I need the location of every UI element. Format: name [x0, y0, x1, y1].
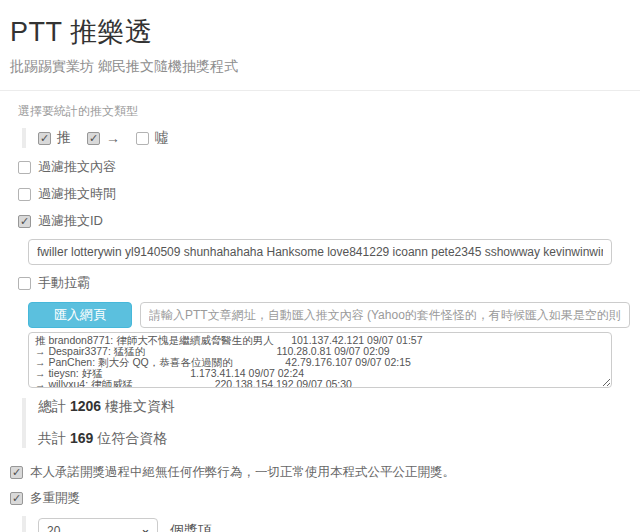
push-checkbox[interactable]	[38, 132, 51, 145]
push-type-option-arrow: →	[87, 130, 120, 146]
total-prefix: 總計	[38, 398, 66, 414]
filter-content-label: 過濾推文內容	[38, 158, 116, 176]
push-checkbox-label: 推	[57, 129, 71, 147]
divider	[0, 90, 640, 91]
qualified-stat: 共計 169 位符合資格	[38, 430, 630, 448]
arrow-checkbox[interactable]	[87, 132, 100, 145]
push-type-option-push: 推	[38, 129, 71, 147]
filter-id-input[interactable]	[28, 239, 612, 265]
filter-time-label: 過濾推文時間	[38, 185, 116, 203]
page-subtitle: 批踢踢實業坊 鄉民推文隨機抽獎程式	[10, 58, 630, 76]
push-type-option-boo: 噓	[136, 129, 169, 147]
multi-draw-row: 多重開獎	[10, 490, 630, 507]
total-suffix: 樓推文資料	[105, 398, 175, 414]
stats-group: 總計 1206 樓推文資料 共計 169 位符合資格	[22, 398, 630, 448]
ptt-lottery-page: { "header": { "title": "PTT 推樂透", "subti…	[0, 0, 640, 532]
filter-time-row: 過濾推文時間	[18, 185, 630, 203]
fairness-promise-row: 本人承諾開獎過程中絕無任何作弊行為，一切正常使用本程式公平公正開獎。	[10, 464, 630, 481]
page-title: PTT 推樂透	[10, 14, 630, 50]
push-type-section-label: 選擇要統計的推文類型	[18, 103, 630, 120]
prize-count-line: 20 ⌄ 個獎項	[38, 518, 630, 532]
qualified-count: 169	[70, 430, 93, 446]
fairness-promise-label: 本人承諾開獎過程中絕無任何作弊行為，一切正常使用本程式公平公正開獎。	[30, 464, 455, 481]
fairness-promise-checkbox[interactable]	[10, 466, 23, 479]
multi-draw-label: 多重開獎	[30, 490, 80, 507]
total-comments-stat: 總計 1206 樓推文資料	[38, 398, 630, 416]
prize-count-select[interactable]: 20	[38, 518, 158, 532]
qualified-suffix: 位符合資格	[97, 430, 167, 446]
arrow-checkbox-label: →	[106, 130, 120, 146]
filter-content-checkbox[interactable]	[18, 161, 31, 174]
manual-slot-row: 手動拉霸	[18, 274, 630, 292]
import-webpage-button[interactable]: 匯入網頁	[28, 302, 132, 328]
comments-textarea[interactable]: 推 brandon8771: 律師大不愧是繼續威脅醫生的男人 101.137.4…	[28, 332, 612, 388]
filter-id-row: 過濾推文ID	[18, 212, 630, 230]
filter-id-checkbox[interactable]	[18, 215, 31, 228]
boo-checkbox[interactable]	[136, 132, 149, 145]
prize-count-group: 20 ⌄ 個獎項 此選項可一次開出多位得獎者	[22, 516, 630, 532]
import-row: 匯入網頁	[28, 302, 630, 328]
filter-content-row: 過濾推文內容	[18, 158, 630, 176]
filter-time-checkbox[interactable]	[18, 188, 31, 201]
filter-id-label: 過濾推文ID	[38, 212, 103, 230]
manual-slot-checkbox[interactable]	[18, 277, 31, 290]
push-type-options-group: 推 → 噓	[22, 128, 630, 148]
total-count: 1206	[70, 398, 101, 414]
prize-count-select-wrap: 20 ⌄	[38, 518, 158, 532]
qualified-prefix: 共計	[38, 430, 66, 446]
article-url-input[interactable]	[140, 302, 630, 328]
manual-slot-label: 手動拉霸	[38, 274, 90, 292]
multi-draw-checkbox[interactable]	[10, 492, 23, 505]
boo-checkbox-label: 噓	[155, 129, 169, 147]
prize-unit-label: 個獎項	[170, 522, 212, 532]
